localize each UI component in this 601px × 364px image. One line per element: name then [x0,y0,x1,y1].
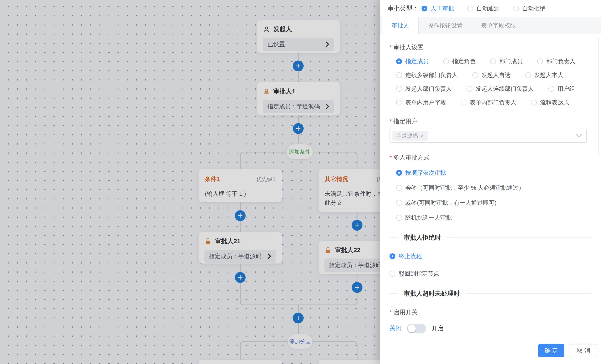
add-node-button[interactable]: + [293,123,304,134]
radio-circle-icon [396,59,402,64]
stamp-icon [324,247,331,254]
assign-user-select[interactable]: 芋道源码 × [390,129,587,143]
condition-priority: 优先级1 [256,176,276,183]
stamp-icon [263,88,270,95]
radio-countersign[interactable]: 会签（可同时审批，至少 % 人必须审批通过） [396,184,524,192]
approver-settings-panel: 审批类型： 人工审批 自动通过 自动拒绝 审批人 操作按钮设置 表单字段权限 审… [380,0,601,364]
radio-approve-in-sequence[interactable]: 按顺序依次审批 [396,169,446,177]
radio-terminate-flow[interactable]: 终止流程 [390,252,422,260]
add-condition-button[interactable]: 添加条件 [286,144,313,160]
node-title: 审批人21 [215,237,240,245]
toggle-knob [408,324,416,332]
radio-starter-self[interactable]: 发起人本人 [525,71,563,79]
node-summary[interactable]: 指定成员：芋道源码 [204,250,276,263]
node-approver1[interactable]: 审批人1 指定成员：芋道源码 [257,82,340,115]
tab-approver[interactable]: 审批人 [382,17,419,34]
reject-section-divider: 审批人拒绝时 [390,233,591,242]
radio-circle-icon [396,100,402,105]
radio-circle-icon [396,215,402,221]
cancel-button[interactable]: 取 消 [570,344,597,357]
tab-action-buttons[interactable]: 操作按钮设置 [419,17,472,34]
radio-or-sign[interactable]: 或签(可同时审批，有一人通过即可) [396,199,497,207]
radio-auto-reject[interactable]: 自动拒绝 [513,5,545,12]
tag-close-icon[interactable]: × [421,133,424,139]
chevron-right-icon [325,41,330,47]
radio-user-group[interactable]: 用户组 [548,85,575,93]
radio-flow-expression[interactable]: 流程表达式 [531,99,569,107]
radio-dept-member[interactable]: 部门成员 [490,57,523,65]
radio-starter-self-select[interactable]: 发起人自选 [472,71,511,79]
timeout-section-divider: 审批人超时未处理时 [390,289,591,298]
condition-title: 条件1 [205,175,220,183]
node-condition1[interactable]: 条件1 优先级1 (输入框 等于 1 ) [199,169,282,202]
enable-switch-label: 启用开关 [390,308,591,317]
user-icon [263,26,270,33]
radio-circle-icon [443,59,449,64]
radio-circle-icon [525,72,531,78]
radio-dept-leader[interactable]: 部门负责人 [537,57,575,65]
panel-content[interactable]: 审批人设置 指定成员 指定角色 部门成员 部门负责人 连续多级部门负责人 发起人… [380,36,601,336]
node-title: 发起人 [273,25,292,33]
radio-manual-approval[interactable]: 人工审批 [421,5,454,12]
radio-auto-approve[interactable]: 自动通过 [467,5,500,12]
panel-footer: 确 定 取 消 [380,337,601,364]
radio-assigned-member[interactable]: 指定成员 [396,57,429,65]
radio-assigned-role[interactable]: 指定角色 [443,57,476,65]
radio-starter-multi-dept-leader[interactable]: 发起人连续部门负责人 [466,85,534,93]
add-branch-button[interactable]: 添加分支 [287,334,313,349]
radio-circle-icon [537,59,543,64]
radio-starter-dept-leader[interactable]: 发起人部门负责人 [396,85,452,93]
switch-on-label: 开启 [431,324,444,333]
radio-circle-icon [396,200,402,206]
approver-setting-label: 审批人设置 [390,43,591,51]
node-parallel1[interactable]: 并行1 无优先级 [199,360,282,364]
radio-circle-icon [472,72,478,78]
condition-title: 其它情况 [325,175,348,183]
panel-tabs: 审批人 操作按钮设置 表单字段权限 [380,17,601,34]
radio-form-dept-leader[interactable]: 表单内部门负责人 [461,99,516,107]
radio-circle-icon [390,253,395,259]
switch-off-label: 关闭 [390,324,401,333]
user-tag: 芋道源码 × [392,131,428,141]
add-node-button[interactable]: + [293,61,304,71]
radio-circle-icon [466,86,472,92]
radio-circle-icon [396,170,402,176]
confirm-button[interactable]: 确 定 [538,344,564,357]
chevron-down-icon [576,134,582,138]
radio-circle-icon [390,271,395,277]
condition-branch-merge-line [240,291,358,305]
radio-circle-icon [421,6,427,11]
timeout-toggle[interactable] [407,324,426,333]
add-node-button[interactable]: + [352,220,362,231]
radio-circle-icon [396,86,402,92]
radio-random-one[interactable]: 随机挑选一人审批 [396,214,452,222]
reject-section-title: 审批人拒绝时 [404,233,441,242]
add-node-button[interactable]: + [235,210,246,221]
add-node-button[interactable]: + [235,272,246,283]
add-node-button[interactable]: + [352,282,362,293]
radio-circle-icon [490,59,496,64]
radio-circle-icon [396,72,402,78]
chevron-right-icon [267,253,271,259]
timeout-section-title: 审批人超时未处理时 [404,289,460,298]
approval-flow-designer: 发起人 已设置 + 审批人1 指定成员：芋道源码 + 添加条件 [0,0,601,364]
radio-circle-icon [531,100,537,105]
radio-return-to-node[interactable]: 驳回到指定节点 [390,270,440,278]
radio-circle-icon [461,100,466,105]
tab-form-field-permissions[interactable]: 表单字段权限 [472,17,525,34]
stamp-icon [204,238,211,245]
add-node-button[interactable]: + [293,313,304,324]
node-title: 审批人22 [335,246,361,254]
node-approver21[interactable]: 审批人21 指定成员：芋道源码 [199,232,282,263]
radio-circle-icon [513,6,519,11]
multi-approve-label: 多人审批方式 [390,153,591,162]
assign-user-label: 指定用户 [390,117,591,126]
node-summary[interactable]: 指定成员：芋道源码 [263,100,334,113]
approval-type-label: 审批类型： [387,4,419,13]
radio-circle-icon [396,185,402,191]
panel-scrollbar[interactable] [598,39,599,155]
radio-form-user-field[interactable]: 表单内用户字段 [396,99,446,107]
node-summary[interactable]: 已设置 [263,38,334,51]
node-start[interactable]: 发起人 已设置 [257,20,340,53]
radio-multi-level-dept-leader[interactable]: 连续多级部门负责人 [396,71,458,79]
